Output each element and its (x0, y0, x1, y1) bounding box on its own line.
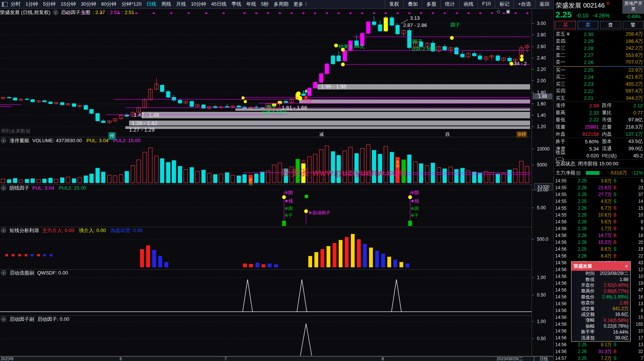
chevron-down-icon[interactable]: ∨ (1, 138, 6, 143)
sell-label: 卖三 (556, 45, 571, 52)
period-menu-item-1[interactable]: 1分钟 (25, 1, 38, 8)
yinxian-pane-title[interactable]: 阴线因子 (9, 185, 29, 191)
period-menu-item-2[interactable]: 5分钟 (43, 1, 55, 8)
period-menu-item-15[interactable]: 多周期 (274, 1, 289, 8)
volume-axis-tick-1: 5000 (537, 162, 547, 168)
period-menu-item-16[interactable]: 更多 〉 (294, 1, 310, 8)
period-menu-item-4[interactable]: 30分钟 (81, 1, 96, 8)
chart-stock-label: 荣盛发展 (日线,前复权) (0, 9, 51, 16)
period-menu-item-0[interactable]: 分时 (11, 1, 21, 8)
stock-name: 荣盛发展 (556, 2, 581, 9)
volume-bar (84, 176, 88, 183)
volume-pane-title[interactable]: 涨停量能 (9, 137, 29, 144)
period-menu-item-13[interactable]: 年线 (246, 1, 256, 8)
tools-menu-item-7[interactable]: +自选 (513, 0, 535, 8)
sell-row-1[interactable]: 卖四2.29186.4万 (554, 38, 644, 45)
tools-menu-item-8[interactable]: 返回 (535, 0, 554, 8)
sell-row-4[interactable]: 卖一2.26707.0万 (554, 59, 644, 66)
list-icon[interactable]: ▤ (576, 170, 581, 176)
period-menu-item-6[interactable]: 分钟*120 (122, 1, 142, 8)
transaction-row-26[interactable]: 14:572.257.2万S7 (554, 355, 644, 361)
candle-body (337, 56, 341, 61)
tx-volume: 7.2万 (587, 355, 612, 361)
qidong1-pane-title[interactable]: 启动选股副 (9, 270, 34, 276)
transaction-row-0[interactable]: 14:552.253.6万S6 (554, 177, 644, 184)
period-menu-item-11[interactable]: 45日线 (211, 1, 226, 8)
sell-volume: 208.4万 (593, 31, 643, 38)
tools-menu-item-2[interactable]: 多股 (422, 0, 440, 8)
trading-app-window: 基因拉基因3.132.87 - 2.86结束:2.44元因子因子止跌:2.58元… (0, 0, 644, 361)
buy-row-2[interactable]: 买三2.23455.2万 (554, 81, 644, 88)
transaction-row-4[interactable]: 14:552.266.7万B15 (554, 205, 644, 212)
info-popup-header[interactable]: 荣盛发展 × (571, 262, 630, 271)
transaction-row-2[interactable]: 14:552.2527.7万S37 (554, 191, 644, 198)
stock-name-code[interactable]: 荣盛发展 002146 R (556, 1, 609, 10)
panel-button-买[interactable]: 买 (555, 21, 576, 29)
transaction-row-11[interactable]: 14:562.268.4万B22 (554, 253, 644, 259)
candle-body (7, 97, 11, 98)
chart-corner-icons[interactable]: ◇ ▣ (497, 9, 513, 14)
main-axis-tick-3: 2.40 (537, 55, 546, 61)
chevron-down-icon[interactable]: ∨ (1, 270, 6, 276)
period-menu-item-9[interactable]: 月线 (176, 1, 186, 8)
main-indicator-label[interactable]: 启动因子主图 (61, 9, 90, 16)
tools-menu-item-3[interactable]: 统计 (440, 0, 459, 8)
window-icon[interactable] (2, 2, 8, 7)
sell-volume: 707.0万 (593, 59, 643, 66)
main-force-value: -5318万 (600, 170, 627, 176)
panel-button-卖[interactable]: 卖 (578, 21, 599, 29)
transaction-row-7[interactable]: 14:562.261.7万B9 (554, 225, 644, 232)
duanxian-bar (333, 243, 336, 267)
period-menu-item-12[interactable]: 季线 (232, 1, 242, 8)
stock-code: 002146 (583, 2, 605, 9)
transaction-row-24[interactable]: 14:562.258.1万S13 (554, 341, 644, 348)
duanxian-pane-title[interactable]: 短线分析利器 (9, 227, 39, 234)
industry-tag[interactable]: 房地产开发 -0.49% (622, 0, 644, 20)
tools-menu-item-6[interactable]: 标记 (495, 0, 513, 8)
chevron-down-icon[interactable]: ∨ (1, 228, 6, 233)
period-menu-item-3[interactable]: 15分钟 (60, 1, 76, 8)
tools-menu-item-4[interactable]: 画线 (459, 0, 478, 8)
transaction-row-5[interactable]: 14:552.2610.6万B10 (554, 212, 644, 218)
date-axis[interactable]: 日线 2023年6782023/08/29/二 (0, 356, 554, 361)
transaction-row-6[interactable]: 14:562.265.6万B8 (554, 218, 644, 225)
period-label[interactable]: 日线 (534, 356, 553, 361)
duanxian-mini-bar (18, 254, 21, 256)
transaction-row-10[interactable]: 14:562.258.6万S19 (554, 246, 644, 253)
chevron-down-icon[interactable]: ∨ (53, 9, 58, 15)
date-axis-item-2: 7 (224, 356, 227, 361)
period-menu-item-7[interactable]: 日线 (147, 1, 156, 8)
candle-body (84, 105, 88, 110)
transaction-row-1[interactable]: 14:552.2621.6万B23 (554, 184, 644, 191)
duanxian-bar (243, 264, 247, 267)
tools-menu-item-5[interactable]: F10 (478, 0, 495, 8)
buy-row-4[interactable]: 买五2.21344.2万 (554, 95, 644, 102)
sell-row-2[interactable]: 卖三2.28242.2万 (554, 45, 644, 52)
transaction-row-8[interactable]: 14:562.2614.7万B18 (554, 232, 644, 239)
volume-bar (190, 168, 194, 183)
panel-button-查[interactable]: 查 (600, 21, 621, 29)
chevron-down-icon[interactable]: ∨ (1, 185, 6, 191)
transaction-row-3[interactable]: 14:552.254.5万S14 (554, 198, 644, 205)
signal-dot-top (373, 13, 375, 14)
sell-row-0[interactable]: 卖五 ¥2.30208.4万 (554, 31, 644, 38)
sell-row-3[interactable]: 卖二2.27553.6万 (554, 52, 644, 59)
close-icon[interactable]: × (625, 263, 628, 269)
chart-annotation-6: 1.96 - 1.98 (321, 83, 346, 89)
period-menu-item-10[interactable]: 10分钟 (191, 1, 206, 8)
tools-menu-item-0[interactable]: 复权 (385, 0, 403, 8)
candle-body (101, 121, 105, 123)
qidong2-pane-title[interactable]: 启动因子副 (9, 316, 34, 323)
signal-dot-top (205, 13, 207, 14)
buy-row-3[interactable]: 买四2.22597.4万 (554, 88, 644, 95)
buy-row-0[interactable]: 买一2.2522.9万 (554, 67, 644, 74)
period-menu-item-8[interactable]: 周线 (161, 1, 171, 8)
transaction-row-9[interactable]: 14:562.2615.3万B20 (554, 239, 644, 246)
panel-button-警[interactable]: 警 (623, 21, 644, 29)
transaction-row-25[interactable]: 14:562.2631.3万B32 (554, 348, 644, 355)
period-menu-item-5[interactable]: 60分钟 (101, 1, 116, 8)
period-menu-item-14[interactable]: 5秒 (261, 1, 269, 8)
chevron-down-icon[interactable]: ∨ (1, 316, 6, 322)
tools-menu-item-1[interactable]: 叠加 (403, 0, 422, 8)
buy-row-1[interactable]: 买二2.24421.6万 (554, 74, 644, 81)
